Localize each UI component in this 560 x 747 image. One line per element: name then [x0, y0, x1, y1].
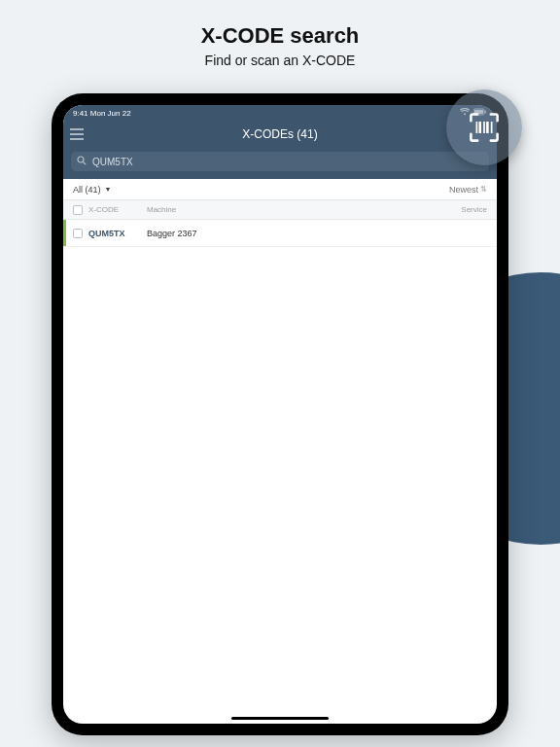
- select-all-checkbox[interactable]: [67, 205, 88, 215]
- barcode-scan-icon: [462, 105, 507, 150]
- sort-arrows-icon: ⇅: [480, 187, 487, 193]
- row-machine: Bagger 2367: [147, 229, 497, 238]
- table-header: X-CODE Machine Service: [63, 200, 497, 220]
- search-icon: [77, 156, 87, 167]
- search-value: QUM5TX: [92, 157, 133, 167]
- row-status-accent: [63, 220, 66, 246]
- chevron-down-icon: ▼: [105, 186, 112, 193]
- sort-dropdown[interactable]: Newest ⇅: [449, 185, 487, 195]
- filter-row: All (41) ▼ Newest ⇅: [63, 179, 497, 200]
- home-indicator: [231, 717, 329, 720]
- screen: 9:41 Mon Jun 22 X-CODEs (41) QUM5: [63, 105, 497, 724]
- sort-label: Newest: [449, 185, 478, 195]
- row-checkbox[interactable]: [67, 229, 88, 238]
- table-row[interactable]: QUM5TX Bagger 2367: [63, 220, 497, 247]
- row-xcode: QUM5TX: [88, 229, 147, 238]
- column-service[interactable]: Service: [448, 205, 497, 214]
- promo-title: X-CODE search: [0, 23, 560, 49]
- svg-line-4: [83, 161, 86, 164]
- svg-point-3: [78, 157, 84, 162]
- column-xcode[interactable]: X-CODE: [88, 205, 147, 214]
- status-time: 9:41 Mon Jun 22: [73, 109, 131, 118]
- column-machine[interactable]: Machine: [147, 205, 448, 214]
- scan-button[interactable]: [446, 89, 522, 165]
- search-bar: QUM5TX: [63, 148, 497, 179]
- status-bar: 9:41 Mon Jun 22: [63, 105, 497, 121]
- filter-dropdown[interactable]: All (41) ▼: [73, 185, 111, 195]
- filter-label: All (41): [73, 185, 101, 195]
- page-title: X-CODEs (41): [63, 127, 497, 141]
- search-input[interactable]: QUM5TX: [71, 152, 489, 171]
- nav-header: X-CODEs (41): [63, 121, 497, 148]
- promo-subtitle: Find or scan an X-CODE: [0, 53, 560, 68]
- tablet-frame: 9:41 Mon Jun 22 X-CODEs (41) QUM5: [52, 93, 508, 735]
